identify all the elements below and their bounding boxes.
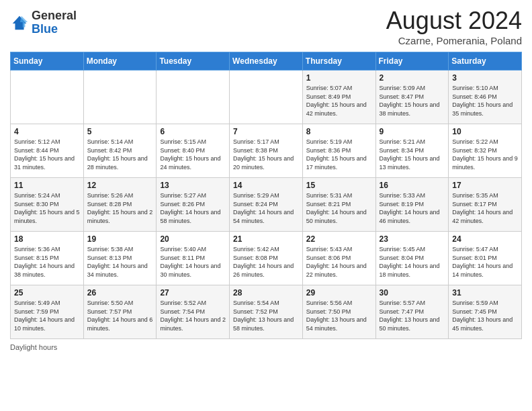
day-number: 24 (452, 234, 518, 244)
day-info: Sunrise: 5:40 AM Sunset: 8:11 PM Dayligh… (160, 245, 226, 279)
day-of-week-header: Wednesday (230, 52, 303, 71)
day-number: 18 (14, 234, 80, 244)
calendar-cell: 25Sunrise: 5:49 AM Sunset: 7:59 PM Dayli… (11, 285, 84, 339)
calendar-cell: 5Sunrise: 5:14 AM Sunset: 8:42 PM Daylig… (83, 124, 157, 178)
day-info: Sunrise: 5:50 AM Sunset: 7:57 PM Dayligh… (87, 299, 153, 332)
calendar-cell: 28Sunrise: 5:54 AM Sunset: 7:52 PM Dayli… (230, 285, 303, 339)
day-number: 7 (233, 127, 299, 136)
day-info: Sunrise: 5:35 AM Sunset: 8:17 PM Dayligh… (452, 191, 518, 225)
calendar-cell: 6Sunrise: 5:15 AM Sunset: 8:40 PM Daylig… (157, 124, 230, 178)
day-number: 31 (452, 288, 518, 298)
calendar-cell: 2Sunrise: 5:09 AM Sunset: 8:47 PM Daylig… (375, 71, 449, 124)
calendar-cell: 9Sunrise: 5:21 AM Sunset: 8:34 PM Daylig… (375, 124, 449, 178)
day-info: Sunrise: 5:45 AM Sunset: 8:04 PM Dayligh… (380, 245, 445, 279)
logo-icon (10, 13, 29, 32)
day-info: Sunrise: 5:42 AM Sunset: 8:08 PM Dayligh… (233, 245, 299, 279)
calendar-cell: 1Sunrise: 5:07 AM Sunset: 8:49 PM Daylig… (302, 71, 375, 124)
logo: General Blue (10, 9, 77, 36)
day-number: 11 (14, 181, 80, 190)
calendar-cell: 10Sunrise: 5:22 AM Sunset: 8:32 PM Dayli… (449, 124, 522, 178)
day-number: 29 (306, 288, 372, 298)
day-number: 12 (87, 181, 153, 190)
calendar-cell: 31Sunrise: 5:59 AM Sunset: 7:45 PM Dayli… (449, 285, 522, 339)
day-number: 28 (233, 288, 299, 298)
day-number: 3 (452, 73, 518, 83)
day-number: 27 (160, 288, 226, 298)
day-number: 2 (380, 73, 445, 83)
day-number: 9 (380, 127, 445, 136)
day-number: 13 (160, 181, 226, 190)
calendar-week-row: 11Sunrise: 5:24 AM Sunset: 8:30 PM Dayli… (11, 178, 522, 232)
day-info: Sunrise: 5:15 AM Sunset: 8:40 PM Dayligh… (160, 138, 226, 171)
calendar-week-row: 1Sunrise: 5:07 AM Sunset: 8:49 PM Daylig… (11, 71, 522, 124)
daylight-label: Daylight hours (10, 343, 57, 351)
calendar-cell: 23Sunrise: 5:45 AM Sunset: 8:04 PM Dayli… (375, 232, 449, 285)
day-of-week-header: Saturday (449, 52, 522, 71)
day-number: 21 (233, 234, 299, 244)
day-info: Sunrise: 5:56 AM Sunset: 7:50 PM Dayligh… (306, 299, 372, 332)
calendar-week-row: 18Sunrise: 5:36 AM Sunset: 8:15 PM Dayli… (11, 232, 522, 285)
calendar-cell: 16Sunrise: 5:33 AM Sunset: 8:19 PM Dayli… (375, 178, 449, 232)
day-number: 4 (14, 127, 80, 136)
day-info: Sunrise: 5:54 AM Sunset: 7:52 PM Dayligh… (233, 299, 299, 332)
calendar-cell: 26Sunrise: 5:50 AM Sunset: 7:57 PM Dayli… (83, 285, 157, 339)
calendar-cell: 3Sunrise: 5:10 AM Sunset: 8:46 PM Daylig… (449, 71, 522, 124)
day-number: 19 (87, 234, 153, 244)
day-number: 14 (233, 181, 299, 190)
footer: Daylight hours (10, 343, 522, 351)
calendar-cell: 22Sunrise: 5:43 AM Sunset: 8:06 PM Dayli… (302, 232, 375, 285)
day-number: 6 (160, 127, 226, 136)
day-info: Sunrise: 5:24 AM Sunset: 8:30 PM Dayligh… (14, 191, 80, 225)
day-info: Sunrise: 5:52 AM Sunset: 7:54 PM Dayligh… (160, 299, 226, 332)
day-info: Sunrise: 5:43 AM Sunset: 8:06 PM Dayligh… (306, 245, 372, 279)
month-year: August 2024 (386, 7, 522, 35)
day-info: Sunrise: 5:38 AM Sunset: 8:13 PM Dayligh… (87, 245, 153, 279)
day-of-week-header: Sunday (11, 52, 84, 71)
day-info: Sunrise: 5:07 AM Sunset: 8:49 PM Dayligh… (306, 84, 372, 118)
calendar-cell (83, 71, 157, 124)
day-number: 8 (306, 127, 372, 136)
calendar-cell: 13Sunrise: 5:27 AM Sunset: 8:26 PM Dayli… (157, 178, 230, 232)
day-number: 5 (87, 127, 153, 136)
day-info: Sunrise: 5:31 AM Sunset: 8:21 PM Dayligh… (306, 191, 372, 225)
day-info: Sunrise: 5:19 AM Sunset: 8:36 PM Dayligh… (306, 138, 372, 171)
day-number: 23 (380, 234, 445, 244)
calendar-cell: 7Sunrise: 5:17 AM Sunset: 8:38 PM Daylig… (230, 124, 303, 178)
day-info: Sunrise: 5:33 AM Sunset: 8:19 PM Dayligh… (380, 191, 445, 225)
day-header-row: SundayMondayTuesdayWednesdayThursdayFrid… (11, 52, 522, 71)
calendar-cell: 21Sunrise: 5:42 AM Sunset: 8:08 PM Dayli… (230, 232, 303, 285)
calendar-cell: 11Sunrise: 5:24 AM Sunset: 8:30 PM Dayli… (11, 178, 84, 232)
day-number: 22 (306, 234, 372, 244)
day-number: 15 (306, 181, 372, 190)
day-number: 17 (452, 181, 518, 190)
day-info: Sunrise: 5:10 AM Sunset: 8:46 PM Dayligh… (452, 84, 518, 118)
day-info: Sunrise: 5:14 AM Sunset: 8:42 PM Dayligh… (87, 138, 153, 171)
page-header: General Blue August 2024 Czarne, Pomeran… (10, 7, 522, 46)
day-of-week-header: Friday (375, 52, 449, 71)
day-number: 26 (87, 288, 153, 298)
logo-blue: Blue (32, 23, 77, 36)
calendar-week-row: 25Sunrise: 5:49 AM Sunset: 7:59 PM Dayli… (11, 285, 522, 339)
logo-text: General Blue (32, 9, 77, 36)
calendar-cell: 17Sunrise: 5:35 AM Sunset: 8:17 PM Dayli… (449, 178, 522, 232)
day-info: Sunrise: 5:47 AM Sunset: 8:01 PM Dayligh… (452, 245, 518, 279)
calendar-cell: 8Sunrise: 5:19 AM Sunset: 8:36 PM Daylig… (302, 124, 375, 178)
day-info: Sunrise: 5:29 AM Sunset: 8:24 PM Dayligh… (233, 191, 299, 225)
day-info: Sunrise: 5:26 AM Sunset: 8:28 PM Dayligh… (87, 191, 153, 225)
calendar-table: SundayMondayTuesdayWednesdayThursdayFrid… (10, 52, 522, 339)
day-info: Sunrise: 5:12 AM Sunset: 8:44 PM Dayligh… (14, 138, 80, 171)
location: Czarne, Pomerania, Poland (386, 35, 522, 46)
title-block: August 2024 Czarne, Pomerania, Poland (386, 7, 522, 46)
day-info: Sunrise: 5:59 AM Sunset: 7:45 PM Dayligh… (452, 299, 518, 332)
day-of-week-header: Tuesday (157, 52, 230, 71)
calendar-cell: 4Sunrise: 5:12 AM Sunset: 8:44 PM Daylig… (11, 124, 84, 178)
day-number: 25 (14, 288, 80, 298)
day-number: 30 (380, 288, 445, 298)
day-info: Sunrise: 5:27 AM Sunset: 8:26 PM Dayligh… (160, 191, 226, 225)
day-number: 10 (452, 127, 518, 136)
calendar-cell (11, 71, 84, 124)
day-number: 20 (160, 234, 226, 244)
calendar-cell: 20Sunrise: 5:40 AM Sunset: 8:11 PM Dayli… (157, 232, 230, 285)
calendar-cell: 14Sunrise: 5:29 AM Sunset: 8:24 PM Dayli… (230, 178, 303, 232)
calendar-cell (230, 71, 303, 124)
